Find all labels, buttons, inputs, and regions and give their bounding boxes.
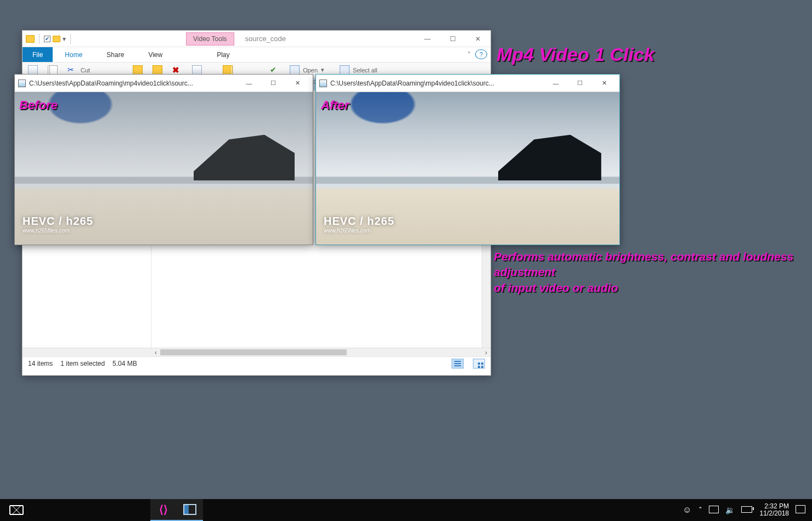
- maximize-button[interactable]: ☐: [568, 75, 592, 92]
- close-button[interactable]: ✕: [592, 75, 616, 92]
- rename-icon[interactable]: [192, 65, 202, 75]
- action-center-icon[interactable]: [796, 505, 805, 515]
- taskbar[interactable]: ⟨⟩ 2:32 PM 11/2/2018: [0, 499, 812, 521]
- properties-icon[interactable]: [290, 65, 300, 75]
- video-window-before: C:\Users\test\AppData\Roaming\mp4video1c…: [14, 74, 313, 245]
- open-label[interactable]: Open: [303, 67, 318, 73]
- video-before-title: C:\Users\test\AppData\Roaming\mp4video1c…: [29, 80, 237, 87]
- status-size: 5.04 MB: [112, 360, 137, 367]
- taskbar-app-window[interactable]: [177, 499, 203, 521]
- status-bar: 14 items 1 item selected 5.04 MB: [22, 356, 490, 370]
- clock-date: 11/2/2018: [760, 510, 789, 517]
- minimize-button[interactable]: —: [415, 31, 440, 47]
- qat-properties-icon[interactable]: ✔: [44, 36, 50, 42]
- close-button[interactable]: ✕: [285, 75, 309, 92]
- battery-icon[interactable]: [741, 506, 753, 514]
- minimize-button[interactable]: —: [237, 75, 261, 92]
- app-icon: [319, 80, 327, 87]
- horizontal-scrollbar[interactable]: ‹ ›: [22, 348, 490, 356]
- folder-icon: [26, 35, 35, 43]
- annotation-title: Mp4 Video 1 Click: [497, 42, 655, 67]
- watermark: HEVC / h265 www.h265files.com: [324, 215, 394, 234]
- copy-icon[interactable]: [48, 65, 58, 75]
- qat-dropdown-icon[interactable]: ▾: [63, 35, 66, 43]
- context-tab-video-tools[interactable]: Video Tools: [186, 32, 234, 46]
- ribbon-tabs: File Home Share View Play ˄ ?: [22, 47, 490, 63]
- clock[interactable]: 2:32 PM 11/2/2018: [760, 503, 789, 517]
- video-after-content: HEVC / h265 www.h265files.com: [316, 92, 619, 245]
- tab-view[interactable]: View: [136, 47, 174, 62]
- help-icon[interactable]: ?: [475, 49, 487, 59]
- taskbar-app-mp4video1click[interactable]: ⟨⟩: [150, 499, 177, 521]
- explorer-titlebar[interactable]: ✔ ▾ Video Tools source_code — ☐ ✕: [22, 31, 490, 47]
- pin-icon[interactable]: [28, 65, 38, 75]
- people-icon[interactable]: [683, 505, 691, 515]
- video-before-content: HEVC / h265 www.h265files.com: [15, 92, 313, 245]
- move-to-icon[interactable]: [133, 65, 143, 75]
- watermark: HEVC / h265 www.h265files.com: [22, 215, 93, 234]
- tray-overflow-icon[interactable]: [698, 506, 702, 514]
- tab-file[interactable]: File: [22, 47, 53, 62]
- select-all-icon[interactable]: [340, 65, 349, 75]
- video-before-titlebar[interactable]: C:\Users\test\AppData\Roaming\mp4video1c…: [15, 75, 313, 92]
- new-folder-icon[interactable]: [223, 65, 233, 75]
- view-large-icons-button[interactable]: [473, 359, 485, 369]
- video-after-title: C:\Users\test\AppData\Roaming\mp4video1c…: [330, 80, 544, 87]
- qat-new-folder-icon[interactable]: [53, 36, 60, 42]
- status-item-count: 14 items: [28, 360, 53, 367]
- close-button[interactable]: ✕: [465, 31, 490, 47]
- cut-label: Cut: [81, 67, 90, 73]
- network-icon[interactable]: [709, 506, 719, 515]
- tab-share[interactable]: Share: [94, 47, 136, 62]
- minimize-button[interactable]: —: [544, 75, 568, 92]
- annotation-description: Performs automatic brightness, contrast …: [494, 249, 801, 296]
- status-selection: 1 item selected: [60, 360, 105, 367]
- delete-icon[interactable]: [172, 65, 182, 75]
- quick-access-toolbar: ✔ ▾: [22, 34, 76, 44]
- maximize-button[interactable]: ☐: [440, 31, 465, 47]
- view-details-button[interactable]: [452, 359, 464, 369]
- taskbar-mail-icon[interactable]: [3, 499, 30, 521]
- cut-icon[interactable]: [67, 65, 77, 75]
- video-after-titlebar[interactable]: C:\Users\test\AppData\Roaming\mp4video1c…: [316, 75, 619, 92]
- easy-access-icon[interactable]: [270, 65, 280, 75]
- app-icon: [18, 80, 26, 87]
- tab-play[interactable]: Play: [205, 47, 241, 62]
- maximize-button[interactable]: ☐: [261, 75, 285, 92]
- copy-to-icon[interactable]: [153, 65, 162, 75]
- ribbon-collapse-icon[interactable]: ˄: [463, 47, 475, 62]
- video-window-after: C:\Users\test\AppData\Roaming\mp4video1c…: [315, 74, 620, 245]
- annotation-after: After: [321, 97, 349, 114]
- window-title: source_code: [245, 35, 286, 43]
- tab-home[interactable]: Home: [53, 47, 94, 62]
- select-all-label[interactable]: Select all: [353, 67, 377, 73]
- volume-icon[interactable]: [725, 506, 735, 514]
- annotation-before: Before: [19, 97, 58, 114]
- system-tray: 2:32 PM 11/2/2018: [683, 503, 809, 517]
